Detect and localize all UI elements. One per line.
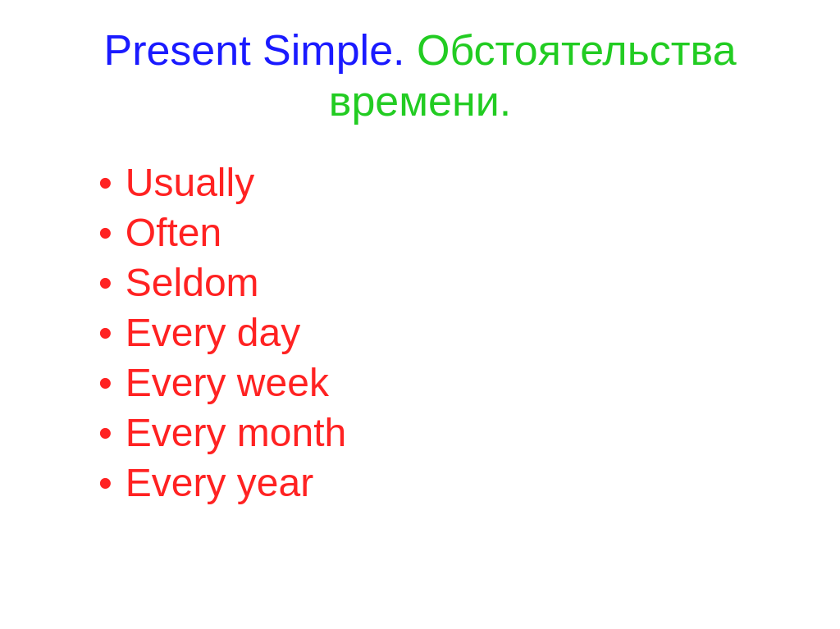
bullet-dot: • <box>98 263 112 303</box>
title-block: Present Simple. Обстоятельства времени. <box>103 25 736 127</box>
bullet-text: Every week <box>126 360 329 405</box>
list-item: • Every day <box>98 310 791 355</box>
title-part3: времени. <box>329 77 511 125</box>
bullet-list: • Usually • Often • Seldom • Every day •… <box>49 160 791 510</box>
title-part2: Обстоятельства <box>417 26 737 74</box>
list-item: • Every month <box>98 410 791 455</box>
bullet-dot: • <box>98 463 112 503</box>
title-line1: Present Simple. Обстоятельства <box>103 25 736 75</box>
bullet-text: Usually <box>126 160 254 205</box>
bullet-dot: • <box>98 313 112 353</box>
bullet-text: Every day <box>126 310 300 355</box>
title-part1: Present Simple. <box>103 26 404 74</box>
bullet-text: Every year <box>126 460 313 505</box>
list-item: • Often <box>98 210 791 255</box>
list-item: • Usually <box>98 160 791 205</box>
bullet-dot: • <box>98 363 112 403</box>
list-item: • Seldom <box>98 260 791 305</box>
bullet-dot: • <box>98 413 112 453</box>
title-line2: времени. <box>103 75 736 126</box>
bullet-dot: • <box>98 213 112 253</box>
slide-container: Present Simple. Обстоятельства времени. … <box>0 0 840 629</box>
bullet-dot: • <box>98 163 112 203</box>
bullet-text: Often <box>126 210 221 255</box>
list-item: • Every year <box>98 460 791 505</box>
bullet-text: Seldom <box>126 260 259 305</box>
list-item: • Every week <box>98 360 791 405</box>
bullet-text: Every month <box>126 410 346 455</box>
